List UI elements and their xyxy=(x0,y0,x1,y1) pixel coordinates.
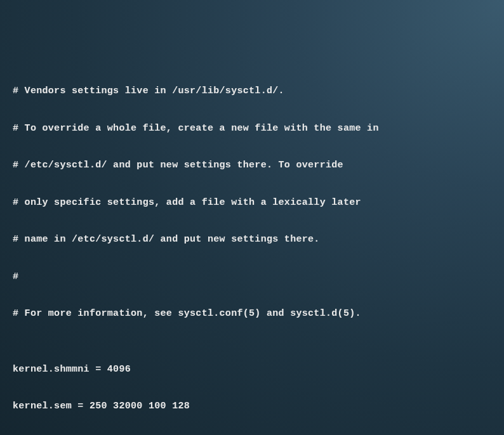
config-line: # /etc/sysctl.d/ and put new settings th… xyxy=(13,156,491,174)
config-line: kernel.shmmni = 4096 xyxy=(13,360,491,379)
config-line: # To override a whole file, create a new… xyxy=(13,119,491,138)
config-line: # For more information, see sysctl.conf(… xyxy=(13,304,491,323)
config-line: # name in /etc/sysctl.d/ and put new set… xyxy=(13,230,491,249)
config-line: kernel.sem = 250 32000 100 128 xyxy=(13,397,491,415)
config-line: # Vendors settings live in /usr/lib/sysc… xyxy=(13,82,491,100)
config-line: # only specific settings, add a file wit… xyxy=(13,193,491,212)
config-line: # xyxy=(13,268,491,286)
